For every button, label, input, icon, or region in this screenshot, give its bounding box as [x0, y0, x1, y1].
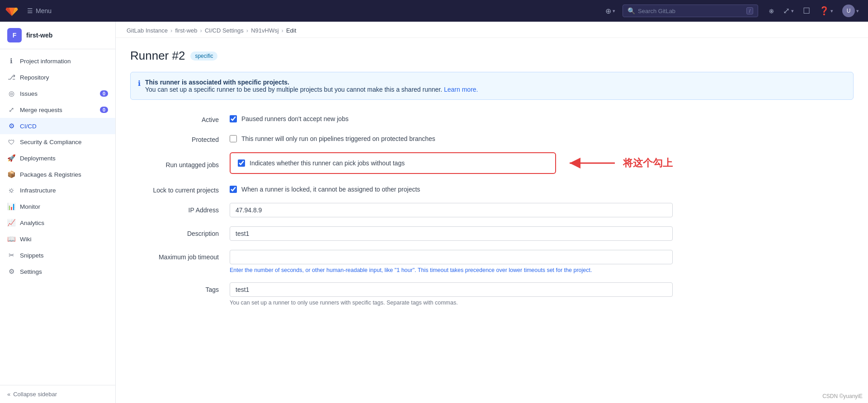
tags-label: Tags: [130, 282, 230, 293]
sidebar-item-monitor[interactable]: 📊 Monitor: [0, 198, 115, 215]
breadcrumb-gitlab-instance[interactable]: GitLab Instance: [127, 27, 168, 34]
lock-row: Lock to current projects When a runner i…: [130, 183, 673, 194]
run-untagged-checkbox-label[interactable]: Indicates whether this runner can pick j…: [250, 159, 405, 167]
hamburger-icon: ☰: [27, 7, 33, 14]
sidebar-item-label: Settings: [20, 268, 42, 275]
description-row: Description: [130, 226, 673, 241]
new-item-button[interactable]: ⊕ ▾: [602, 4, 619, 18]
dropdown-arrow: ▾: [613, 8, 615, 14]
sidebar-item-label: Security & Compliance: [20, 139, 82, 145]
sidebar-item-repository[interactable]: ⎇ Repository: [0, 69, 115, 85]
info-title: This runner is associated with specific …: [145, 79, 289, 86]
sidebar-item-label: Deployments: [20, 155, 56, 162]
topnav-actions: ⊕ ▾: [602, 4, 619, 18]
ip-input[interactable]: [230, 203, 673, 217]
protected-row: Protected This runner will only run on p…: [130, 132, 673, 143]
sidebar-item-label: Merge requests: [20, 107, 62, 113]
run-untagged-label: Run untagged jobs: [130, 158, 230, 169]
topnav-right-icons: ⎈ ⤢ ▾ ☐ ❓ ▾ U ▾: [765, 2, 863, 20]
timeout-row: Maximum job timeout Enter the number of …: [130, 250, 673, 273]
sidebar-item-label: Project information: [20, 58, 71, 65]
layout: F first-web ℹ Project information ⎇ Repo…: [0, 22, 868, 403]
menu-button[interactable]: ☰ Menu: [24, 5, 55, 16]
breadcrumb-sep-2: ›: [200, 27, 202, 34]
sidebar-item-analytics[interactable]: 📈 Analytics: [0, 215, 115, 231]
run-untagged-row: Run untagged jobs Indicates whether this…: [130, 152, 673, 174]
merge-icon: ⤢: [7, 106, 15, 114]
active-checkbox[interactable]: [230, 115, 237, 122]
breadcrumb-first-web[interactable]: first-web: [175, 27, 197, 34]
code-review-button[interactable]: ⎈: [765, 4, 778, 19]
lock-checkbox-label[interactable]: When a runner is locked, it cannot be as…: [241, 186, 420, 193]
description-control: [230, 226, 673, 241]
sidebar-nav: ℹ Project information ⎇ Repository ◎ Iss…: [0, 49, 115, 385]
help-button[interactable]: ❓ ▾: [816, 3, 837, 19]
tags-input[interactable]: [230, 282, 673, 297]
repository-icon: ⎇: [7, 73, 15, 81]
timeout-label: Maximum job timeout: [130, 250, 230, 261]
description-input[interactable]: [230, 226, 673, 241]
analytics-icon: 📈: [7, 219, 15, 227]
wiki-icon: 📖: [7, 235, 15, 243]
description-label: Description: [130, 226, 230, 237]
sidebar-item-merge-requests[interactable]: ⤢ Merge requests 0: [0, 102, 115, 118]
run-untagged-control: Indicates whether this runner can pick j…: [230, 152, 556, 174]
red-arrow-svg: [565, 154, 619, 172]
search-input[interactable]: [638, 8, 744, 14]
breadcrumb-runner-id[interactable]: N91vHWsj: [251, 27, 278, 34]
user-avatar-button[interactable]: U ▾: [839, 2, 863, 20]
gitlab-logo: [5, 5, 18, 17]
protected-check: This runner will only run on pipelines t…: [230, 132, 673, 142]
merge-requests-button[interactable]: ⤢ ▾: [779, 3, 797, 19]
info-body: You can set up a specific runner to be u…: [145, 86, 442, 93]
active-control: Paused runners don't accept new jobs: [230, 112, 673, 122]
help-icon: ❓: [819, 6, 829, 16]
collapse-sidebar-button[interactable]: « Collapse sidebar: [0, 385, 115, 403]
project-header[interactable]: F first-web: [0, 22, 115, 49]
deployments-icon: 🚀: [7, 154, 15, 162]
tags-hint: You can set up a runner to only use runn…: [230, 300, 673, 306]
protected-control: This runner will only run on pipelines t…: [230, 132, 673, 142]
protected-checkbox[interactable]: [230, 135, 237, 142]
sidebar-item-deployments[interactable]: 🚀 Deployments: [0, 150, 115, 166]
lock-checkbox[interactable]: [230, 186, 237, 193]
search-box[interactable]: 🔍 /: [623, 5, 758, 17]
sidebar-item-wiki[interactable]: 📖 Wiki: [0, 231, 115, 247]
protected-checkbox-label[interactable]: This runner will only run on pipelines t…: [241, 135, 435, 142]
ip-label: IP Address: [130, 203, 230, 214]
sidebar-item-cicd[interactable]: ⚙ CI/CD: [0, 118, 115, 134]
sidebar-item-label: CI/CD: [20, 123, 37, 130]
annotation-text: 将这个勾上: [623, 156, 673, 170]
security-icon: 🛡: [7, 138, 15, 146]
issues-badge: 0: [100, 90, 108, 97]
sidebar: F first-web ℹ Project information ⎇ Repo…: [0, 22, 116, 403]
run-untagged-checkbox[interactable]: [238, 159, 245, 167]
cicd-icon: ⚙: [7, 122, 15, 130]
sidebar-item-packages[interactable]: 📦 Packages & Registries: [0, 166, 115, 183]
learn-more-link[interactable]: Learn more.: [444, 86, 478, 93]
code-icon: ⎈: [769, 6, 774, 16]
slash-shortcut: /: [746, 7, 753, 14]
sidebar-item-infrastructure[interactable]: ⛭ Infrastructure: [0, 183, 115, 198]
collapse-icon: «: [7, 391, 10, 398]
issues-button[interactable]: ☐: [799, 3, 814, 19]
active-checkbox-label[interactable]: Paused runners don't accept new jobs: [241, 115, 349, 122]
info-box-text: This runner is associated with specific …: [145, 79, 478, 93]
timeout-input[interactable]: [230, 250, 673, 264]
avatar: U: [842, 5, 855, 17]
sidebar-item-security[interactable]: 🛡 Security & Compliance: [0, 134, 115, 150]
tags-row: Tags You can set up a runner to only use…: [130, 282, 673, 306]
sidebar-item-project-information[interactable]: ℹ Project information: [0, 53, 115, 69]
sidebar-item-settings[interactable]: ⚙ Settings: [0, 263, 115, 280]
info-circle-icon: ℹ: [138, 79, 141, 93]
tags-control: You can set up a runner to only use runn…: [230, 282, 673, 306]
breadcrumb-cicd-settings[interactable]: CI/CD Settings: [205, 27, 244, 34]
collapse-label: Collapse sidebar: [13, 391, 57, 398]
sidebar-item-issues[interactable]: ◎ Issues 0: [0, 85, 115, 102]
merge-icon: ⤢: [783, 6, 790, 16]
breadcrumb-sep-4: ›: [282, 27, 283, 34]
lock-check: When a runner is locked, it cannot be as…: [230, 183, 673, 193]
timeout-control: Enter the number of seconds, or other hu…: [230, 250, 673, 273]
page-title: Runner #2: [130, 49, 185, 63]
sidebar-item-snippets[interactable]: ✂ Snippets: [0, 247, 115, 263]
